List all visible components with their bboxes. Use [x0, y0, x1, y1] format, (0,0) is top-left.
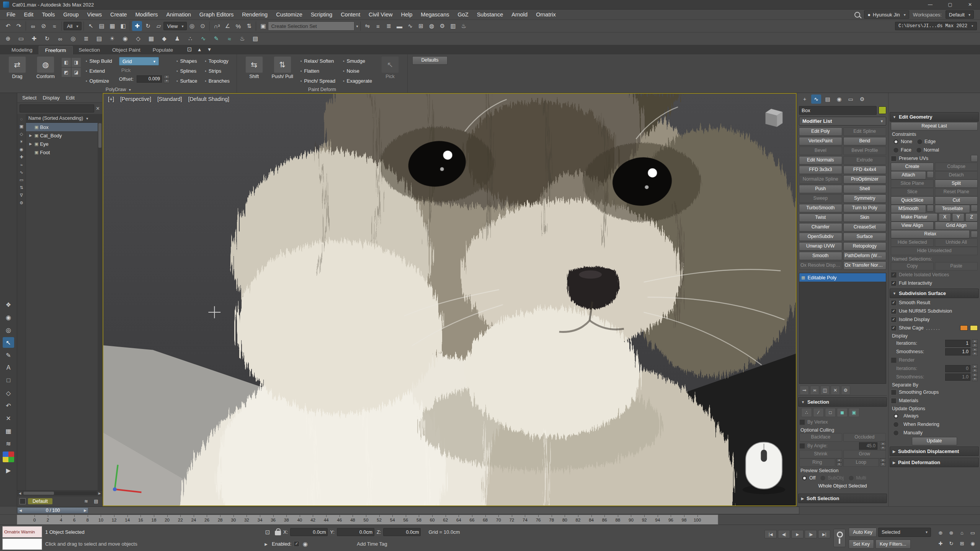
- topology-button[interactable]: ▪Topology: [203, 56, 232, 66]
- selection-filter-select[interactable]: All ▾: [64, 22, 82, 30]
- frame-tick-0[interactable]: 0: [28, 515, 41, 524]
- frame-tick-18[interactable]: 18: [147, 515, 161, 524]
- color-palette-icon[interactable]: [3, 452, 14, 462]
- frame-tick-38[interactable]: 38: [280, 515, 293, 524]
- grid-align-button[interactable]: Grid Align: [935, 222, 978, 230]
- frame-tick-22[interactable]: 22: [174, 515, 187, 524]
- select-and-rotate-icon[interactable]: ↻: [143, 21, 153, 31]
- explorer-item-eye[interactable]: ▶▣Eye: [26, 140, 102, 148]
- stack-editable-poly[interactable]: ▦Editable Poly: [799, 273, 886, 282]
- utilities-tab-icon[interactable]: ⚙: [857, 95, 867, 104]
- viewport-menu-general[interactable]: [+]: [108, 96, 114, 102]
- display-groups-icon[interactable]: ▭: [18, 177, 25, 183]
- frame-tick-8[interactable]: 8: [81, 515, 95, 524]
- frame-tick-48[interactable]: 48: [346, 515, 359, 524]
- square-tool-icon[interactable]: □: [3, 375, 14, 386]
- modifier-creaseset-button[interactable]: CreaseSet: [843, 223, 887, 231]
- multi-radio[interactable]: [848, 475, 854, 481]
- toggle-layer-explorer-icon[interactable]: ≣: [384, 21, 394, 31]
- modifier-vertexpaint-button[interactable]: VertexPaint: [799, 137, 842, 145]
- workspaces-select[interactable]: Default ▾: [946, 10, 974, 19]
- menu-edit[interactable]: Edit: [20, 10, 38, 20]
- diamond-tool-icon[interactable]: ◇: [3, 388, 14, 398]
- frame-tick-28[interactable]: 28: [214, 515, 227, 524]
- make-planar-button[interactable]: Make Planar: [891, 213, 938, 222]
- relax-button[interactable]: Relax: [891, 230, 970, 238]
- frame-tick-80[interactable]: 80: [558, 515, 572, 524]
- push-pull-tool-button[interactable]: ⇅ Push/ Pull: [270, 56, 295, 86]
- frame-tick-64[interactable]: 64: [452, 515, 466, 524]
- frame-tick-88[interactable]: 88: [611, 515, 625, 524]
- frame-tick-84[interactable]: 84: [585, 515, 598, 524]
- undo-icon[interactable]: ↶: [3, 21, 13, 31]
- display-layers-icon[interactable]: ≣: [81, 34, 91, 44]
- modifier-extrude-button[interactable]: Extrude: [843, 156, 887, 165]
- paste-button[interactable]: Paste: [935, 262, 978, 271]
- redo-icon[interactable]: ↷: [14, 21, 24, 31]
- zoom-all-icon[interactable]: ⊗: [946, 528, 956, 538]
- x-coordinate-field[interactable]: 0.0cm: [290, 528, 328, 536]
- frame-tick-60[interactable]: 60: [426, 515, 439, 524]
- search-icon[interactable]: [854, 12, 860, 18]
- camera-toggle-icon[interactable]: ◉: [120, 34, 130, 44]
- select-and-move-icon[interactable]: ✚: [132, 21, 142, 31]
- menu-help[interactable]: Help: [397, 10, 417, 20]
- layer-manager-icon[interactable]: ▤: [92, 497, 100, 505]
- subobj-radio[interactable]: [820, 475, 826, 481]
- angle-snap-toggle-icon[interactable]: ∠: [222, 21, 232, 31]
- use-pivot-point-center-icon[interactable]: ◎: [187, 21, 197, 31]
- frame-tick-14[interactable]: 14: [121, 515, 134, 524]
- isolate-selection-icon[interactable]: ⊡: [263, 527, 273, 537]
- unhide-all-button[interactable]: Unhide All: [935, 238, 978, 247]
- light-toggle-icon[interactable]: ☀: [107, 34, 117, 44]
- modifier-retopology-button[interactable]: Retopology: [843, 242, 887, 251]
- slice-plane-button[interactable]: Slice Plane: [891, 179, 934, 188]
- modifier-edit-normals-button[interactable]: Edit Normals: [799, 156, 842, 165]
- y-button[interactable]: Y: [952, 213, 964, 222]
- menu-arnold[interactable]: Arnold: [507, 10, 532, 20]
- select-and-link-icon[interactable]: ∞: [28, 21, 38, 31]
- isolate-toggle-icon[interactable]: ◎: [68, 34, 78, 44]
- cage-color-swatch-0[interactable]: [960, 325, 968, 331]
- filter-icon[interactable]: ∇: [18, 192, 25, 199]
- spinner[interactable]: ▲▼: [836, 458, 842, 467]
- strands-tool-icon[interactable]: ≋: [3, 438, 14, 449]
- z-button[interactable]: Z: [965, 213, 978, 222]
- maxscript-mini-listener[interactable]: Ornatrix Warnin: [2, 526, 42, 550]
- menu-customize[interactable]: Customize: [272, 10, 307, 20]
- spinner-snap-toggle-icon[interactable]: ⇅: [244, 21, 254, 31]
- frame-tick-10[interactable]: 10: [94, 515, 108, 524]
- go-to-start-icon[interactable]: |◀: [764, 530, 777, 538]
- motion-tab-icon[interactable]: ◉: [834, 95, 844, 104]
- align-icon[interactable]: ≡: [373, 21, 383, 31]
- pan-view-icon[interactable]: ✚: [936, 538, 946, 548]
- menu-animation[interactable]: Animation: [162, 10, 195, 20]
- menu-file[interactable]: File: [2, 10, 20, 20]
- detach-button[interactable]: Detach: [935, 171, 978, 179]
- ribbon-dock-icon[interactable]: ⊡: [185, 44, 194, 54]
- modifier-skin-button[interactable]: Skin: [843, 214, 887, 222]
- frame-tick-20[interactable]: 20: [160, 515, 174, 524]
- none-radio[interactable]: [893, 139, 899, 145]
- edit-named-selection-sets-icon[interactable]: ▣: [258, 21, 268, 31]
- slice-button[interactable]: Slice: [891, 188, 934, 196]
- project-folder-select[interactable]: C:\Users\JI...ds Max 2022 ▾: [895, 22, 977, 30]
- repeat-last-button[interactable]: Repeat Last: [891, 122, 978, 130]
- pick-surface-button[interactable]: Pick: [118, 67, 171, 74]
- window-crossing-icon[interactable]: ◧: [118, 21, 128, 31]
- frame-tick-46[interactable]: 46: [333, 515, 346, 524]
- modifier-ox-transfer-normals-button[interactable]: Ox Transfer Normals: [843, 261, 887, 270]
- render-setup-icon[interactable]: ⚙: [438, 21, 448, 31]
- grow-button[interactable]: Grow: [843, 450, 886, 458]
- frame-tick-4[interactable]: 4: [54, 515, 68, 524]
- occluded-button[interactable]: Occluded: [843, 433, 886, 442]
- frame-tick-92[interactable]: 92: [638, 515, 651, 524]
- layer-color-swatch[interactable]: [20, 498, 26, 504]
- maximize-viewport-toggle-icon[interactable]: ⊞: [957, 538, 967, 548]
- ribbon-tab-populate[interactable]: Populate: [147, 46, 179, 54]
- always-radio[interactable]: [893, 413, 899, 419]
- frame-tick-12[interactable]: 12: [108, 515, 121, 524]
- pin-stack-icon[interactable]: ⊸: [800, 386, 809, 395]
- display-shapes-icon[interactable]: ◇: [18, 131, 25, 137]
- modifier-twist-button[interactable]: Twist: [799, 214, 842, 222]
